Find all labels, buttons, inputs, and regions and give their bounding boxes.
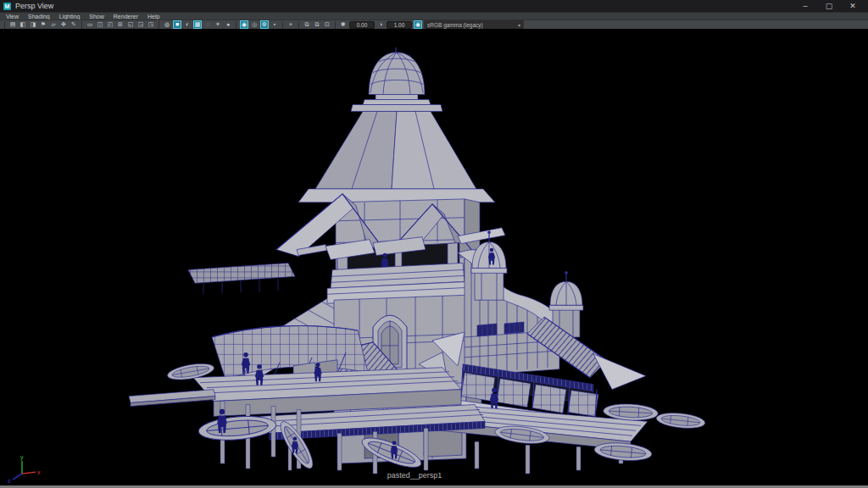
maya-app-icon: M: [3, 3, 11, 10]
window-grille: [504, 322, 524, 334]
toolbar-separator: [81, 21, 82, 29]
depth-of-field-icon[interactable]: ▪: [270, 20, 279, 29]
axis-y-label: y: [20, 454, 24, 461]
select-camera-icon[interactable]: ▤: [8, 20, 17, 29]
toolbar-separator: [4, 21, 5, 29]
viewport-toolbar: ▤◧◨⚑▱✥✎▭◫◰⊞◱◲◳◍■◐▩◌✶●◉◎⊚▪⌖⧉⧉⊡✱0.00◑1.00◉…: [0, 19, 868, 29]
persp-view-window: M Persp View – ▢ ✕ ViewShadingLightingSh…: [0, 0, 868, 488]
dropdown-arrow-icon: ▾: [518, 22, 520, 28]
exposure-field[interactable]: 0.00: [349, 21, 375, 29]
close-button[interactable]: ✕: [841, 0, 865, 12]
layout-hypershade-icon[interactable]: ◳: [147, 20, 155, 29]
use-default-material-icon[interactable]: ◌: [203, 20, 212, 29]
market-stall: [568, 391, 598, 417]
layout-three-panes-icon[interactable]: ◰: [106, 20, 114, 29]
view-transform-select[interactable]: sRGB gamma (legacy)▾: [424, 20, 524, 29]
wireframe-display-icon[interactable]: ◍: [163, 20, 171, 29]
axis-x-label: x: [37, 469, 41, 475]
toolbar-separator: [335, 21, 336, 29]
isolate-select-icon[interactable]: ⌖: [287, 20, 295, 29]
perspective-viewport[interactable]: y x z pasted__persp1: [0, 29, 868, 485]
toolbar-separator: [298, 21, 299, 29]
shadows-toggle-icon[interactable]: ●: [224, 20, 232, 29]
toolbar-separator: [159, 21, 159, 29]
flat-shade-display-icon[interactable]: ◐: [183, 20, 192, 29]
maximize-button[interactable]: ▢: [817, 0, 841, 12]
gamma-toggle-icon[interactable]: ◑: [376, 20, 385, 29]
minimize-button[interactable]: –: [793, 0, 817, 12]
paste-snapshot-icon[interactable]: ⧉: [313, 20, 321, 29]
layout-graph-editor-icon[interactable]: ◲: [136, 20, 145, 29]
title-bar: M Persp View – ▢ ✕: [0, 0, 868, 12]
image-plane-icon[interactable]: ▱: [49, 20, 58, 29]
toolbar-separator: [282, 21, 283, 29]
axis-z-label: z: [8, 478, 11, 484]
window-title: Persp View: [15, 2, 53, 10]
view-transform-value: sRGB gamma (legacy): [427, 22, 483, 28]
layout-four-panes-icon[interactable]: ⊞: [116, 20, 125, 29]
copy-snapshot-icon[interactable]: ⧉: [303, 20, 311, 29]
window-grille: [477, 324, 497, 336]
grease-pencil-icon[interactable]: ✎: [70, 20, 78, 29]
2d-pan-zoom-icon[interactable]: ✥: [59, 20, 68, 29]
bookmarks-icon[interactable]: ⚑: [39, 20, 47, 29]
anti-aliasing-icon[interactable]: ⊚: [260, 20, 269, 29]
market-stall: [532, 385, 566, 413]
motion-blur-icon[interactable]: ◎: [250, 20, 259, 29]
camera-name-label: pasted__persp1: [387, 471, 442, 480]
screen-space-ao-icon[interactable]: ◉: [240, 20, 248, 29]
menu-bar: ViewShadingLightingShowRendererHelp: [0, 12, 868, 19]
lock-camera-icon[interactable]: ◧: [19, 20, 27, 29]
default-lighting-icon[interactable]: ✶: [214, 20, 222, 29]
exposure-toggle-icon[interactable]: ✱: [339, 20, 348, 29]
camera-attributes-icon[interactable]: ◨: [29, 20, 37, 29]
viewport-canvas[interactable]: y x z pasted__persp1: [0, 29, 868, 485]
market-stall: [497, 379, 531, 408]
export-snapshot-icon[interactable]: ⊡: [323, 20, 331, 29]
layout-two-panes-icon[interactable]: ◫: [96, 20, 104, 29]
gamma-field[interactable]: 1.00: [387, 21, 412, 29]
smooth-shade-display-icon[interactable]: ■: [173, 20, 181, 29]
toolbar-separator: [236, 21, 236, 29]
textured-display-icon[interactable]: ▩: [193, 20, 202, 29]
color-management-toggle-icon[interactable]: ◉: [414, 20, 422, 29]
market-stall: [461, 373, 495, 402]
layout-single-pane-icon[interactable]: ▭: [86, 20, 94, 29]
layout-outliner-icon[interactable]: ◱: [126, 20, 135, 29]
